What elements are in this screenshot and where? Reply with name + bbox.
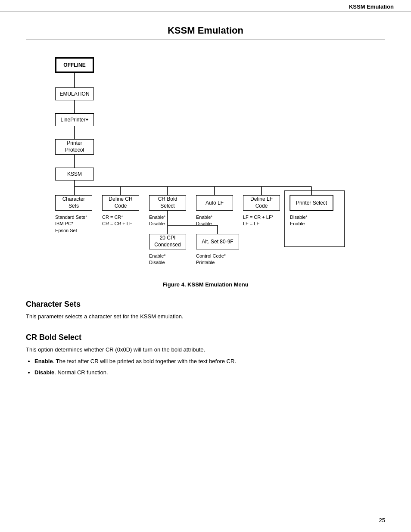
bullet-enable-label: Enable (34, 358, 53, 364)
sub-printerselect: Disable*Enable (290, 214, 308, 227)
box-kssm: KSSM (55, 168, 94, 180)
box-crboldselect: CR BoldSelect (149, 195, 186, 211)
box-printerselect: Printer Select (290, 195, 333, 211)
sub-20cpi: Enable*Disable (149, 253, 166, 266)
bullet-disable: Disable. Normal CR function. (34, 368, 385, 377)
bullet-enable: Enable. The text after CR will be printe… (34, 357, 385, 366)
sub-crbold: Enable*Disable (149, 214, 166, 227)
box-altset: Alt. Set 80-9F (196, 234, 239, 249)
section-heading-cr-bold-select: CR Bold Select (26, 333, 385, 342)
box-definecr: Define CRCode (102, 195, 139, 211)
section-body-cr-bold-select: This option determines whether CR (0x0D)… (26, 345, 385, 354)
sub-altset: Control Code*Printable (196, 253, 226, 266)
section-body-character-sets: This parameter selects a character set f… (26, 312, 385, 321)
title-divider (26, 40, 385, 40)
page-title: KSSM Emulation (26, 25, 385, 36)
page-number: 25 (379, 517, 385, 523)
box-charactersets: CharacterSets (55, 195, 92, 211)
box-definelf: Define LFCode (243, 195, 280, 211)
figure-caption: Figure 4. KSSM Emulation Menu (26, 281, 385, 288)
bullet-enable-text: . The text after CR will be printed as b… (53, 358, 236, 364)
sub-definelf: LF = CR + LF*LF = LF (243, 214, 274, 227)
bullet-disable-label: Disable (34, 369, 54, 376)
box-emulation: EMULATION (55, 87, 94, 100)
bullet-disable-text: . Normal CR function. (54, 369, 108, 376)
box-lineprinter: LinePrinter+ (55, 113, 94, 126)
header-title: KSSM Emulation (349, 3, 394, 10)
cr-bold-select-bullets: Enable. The text after CR will be printe… (34, 357, 385, 376)
diagram-area: OFFLINE EMULATION LinePrinter+ PrinterPr… (26, 49, 385, 273)
sub-charactersets: Standard Sets*IBM PC*Epson Set (55, 214, 87, 234)
box-autolf: Auto LF (196, 195, 233, 211)
content-area: KSSM Emulation (0, 12, 411, 396)
sub-autolf: Enable*Disable (196, 214, 213, 227)
box-20cpi: 20 CPICondensed (149, 234, 186, 249)
page: KSSM Emulation KSSM Emulation (0, 0, 411, 532)
section-heading-character-sets: Character Sets (26, 300, 385, 309)
sub-definecr: CR = CR*CR = CR + LF (102, 214, 132, 227)
box-printerprotocol: PrinterProtocol (55, 139, 94, 155)
header-bar: KSSM Emulation (0, 0, 411, 12)
box-offline: OFFLINE (55, 57, 94, 73)
